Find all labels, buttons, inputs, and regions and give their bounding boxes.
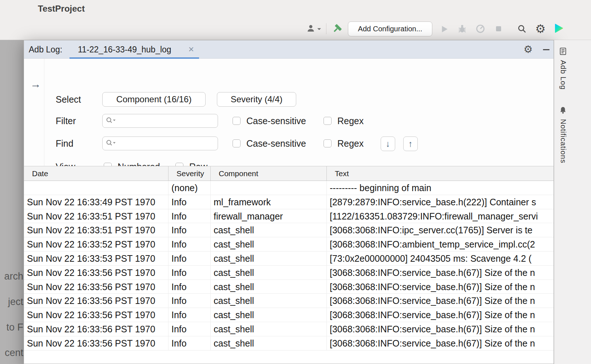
stripe-button-adb-log[interactable]: Adb Log [556,47,570,90]
search-icon [517,24,527,35]
debug-button[interactable] [456,23,468,35]
filter-case-sensitive-checkbox[interactable] [233,117,241,125]
table-row[interactable]: Sun Nov 22 16:33:53 PST 1970Infocast_she… [24,252,554,266]
table-row[interactable]: Sun Nov 22 16:33:56 PST 1970Infocast_she… [24,322,554,336]
column-header-date[interactable]: Date [24,166,168,181]
profiler-button[interactable] [475,23,486,35]
cell-component: cast_shell [211,280,327,294]
stripe-button-notifications[interactable]: Notifications [556,106,570,163]
user-button[interactable] [304,23,323,35]
table-row[interactable]: (none)--------- beginning of main [24,181,554,195]
component-filter-button[interactable]: Component (16/16) [102,92,206,107]
filter-regex-label[interactable]: Regex [337,114,364,128]
cell-text: [3068:3068:INFO:ambient_temp_service_imp… [327,237,554,252]
column-header-severity[interactable]: Severity [168,166,211,181]
find-case-sensitive-checkbox[interactable] [233,139,241,147]
table-row[interactable]: Sun Nov 22 16:33:56 PST 1970Infocast_she… [24,336,554,351]
table-row[interactable]: Sun Nov 22 16:33:51 PST 1970Infofirewall… [24,209,554,223]
column-header-text[interactable]: Text [327,166,554,181]
hide-panel-button[interactable]: → [29,78,42,91]
ide-logo-button[interactable] [552,22,566,36]
background-text-fragment: to F [0,322,23,333]
log-tab[interactable]: 11-22_16-33-49_hub_log × [70,40,199,59]
find-label: Find [56,136,74,150]
cell-text: [3068:3068:INFO:ipc_server.cc(1765)] Ser… [327,223,554,237]
table-row[interactable]: Sun Nov 22 16:33:56 PST 1970Infocast_she… [24,266,554,280]
table-row[interactable]: Sun Nov 22 16:33:56 PST 1970Infocast_she… [24,294,554,308]
cell-severity: Info [168,237,211,252]
run-icon [440,24,449,35]
log-table-header: Date Severity Component Text [24,166,554,181]
find-regex-label[interactable]: Regex [337,136,364,150]
cell-date: Sun Nov 22 16:33:56 PST 1970 [24,266,168,280]
panel-settings-button[interactable]: ⚙ [522,40,534,59]
cell-component: cast_shell [211,336,327,351]
cell-severity: Info [168,322,211,336]
tool-window-stripe: Adb Log Notifications [554,40,591,364]
cell-severity: Info [168,209,211,223]
cell-component: cast_shell [211,266,327,280]
user-icon [306,24,316,34]
find-input[interactable] [116,137,218,150]
column-header-component[interactable]: Component [211,166,327,181]
close-icon[interactable]: × [189,40,194,59]
filter-regex-checkbox[interactable] [324,117,332,125]
stripe-label-notifications: Notifications [559,119,567,163]
search-with-history-icon [106,116,116,126]
cell-text: [1122/163351.083729:INFO:firewall_manage… [327,209,554,223]
add-configuration-button[interactable]: Add Configuration... [348,21,432,36]
cell-text: --------- beginning of main [327,181,554,195]
select-label: Select [56,92,81,107]
search-everywhere-button[interactable] [516,23,528,35]
run-button[interactable] [439,24,450,35]
debug-icon [457,24,467,35]
cell-text: [3068:3068:INFO:service_base.h(67)] Size… [327,308,554,322]
cell-severity: Info [168,280,211,294]
cell-component: cast_shell [211,308,327,322]
cell-component: cast_shell [211,294,327,308]
stop-button[interactable] [493,24,504,34]
bell-icon [559,106,567,115]
background-text-fragment: arch [0,271,23,282]
build-button[interactable] [330,23,344,36]
app-title: TestProject [38,4,85,14]
cell-date: Sun Nov 22 16:33:51 PST 1970 [24,223,168,237]
arrow-up-icon: ↑ [408,139,413,149]
table-row[interactable]: Sun Nov 22 16:33:52 PST 1970Infocast_she… [24,237,554,252]
cell-component [211,181,327,195]
filter-input[interactable] [116,114,218,127]
hammer-icon [332,23,342,35]
stop-icon [494,24,503,34]
minimize-button[interactable] [541,40,552,59]
table-row[interactable]: Sun Nov 22 16:33:49 PST 1970Infoml_frame… [24,195,554,209]
table-row[interactable]: Sun Nov 22 16:33:56 PST 1970Infocast_she… [24,280,554,294]
log-controls-panel: → Select Component (16/16) Severity (4/4… [24,59,554,184]
gradient-logo-icon [552,22,565,36]
find-next-button[interactable]: ↓ [381,136,395,151]
filter-case-sensitive-label[interactable]: Case-sensitive [246,114,306,128]
severity-filter-button[interactable]: Severity (4/4) [217,92,296,107]
cell-date: Sun Nov 22 16:33:49 PST 1970 [24,195,168,209]
table-row[interactable]: Sun Nov 22 16:33:51 PST 1970Infocast_she… [24,223,554,237]
chevron-down-icon [317,26,321,32]
find-field [102,136,218,150]
table-row[interactable]: Sun Nov 22 16:33:56 PST 1970Infocast_she… [24,308,554,322]
cell-severity: Info [168,336,211,351]
cell-component: firewall_manager [211,209,327,223]
find-regex-checkbox[interactable] [324,139,332,147]
cell-component: cast_shell [211,322,327,336]
filter-field [102,114,218,128]
cell-component: ml_framework [211,195,327,209]
log-tab-label: 11-22_16-33-49_hub_log [78,40,171,59]
controls-divider [44,59,44,184]
log-document-icon [559,47,567,56]
settings-button[interactable]: ⚙ [534,22,547,36]
profiler-icon [475,24,485,35]
find-case-sensitive-label[interactable]: Case-sensitive [246,136,306,150]
log-table-body: (none)--------- beginning of mainSun Nov… [24,181,554,364]
cell-date: Sun Nov 22 16:33:56 PST 1970 [24,336,168,351]
cell-date: Sun Nov 22 16:33:56 PST 1970 [24,322,168,336]
toolbar-divider [326,23,326,34]
cell-severity: Info [168,223,211,237]
find-previous-button[interactable]: ↑ [403,136,418,151]
